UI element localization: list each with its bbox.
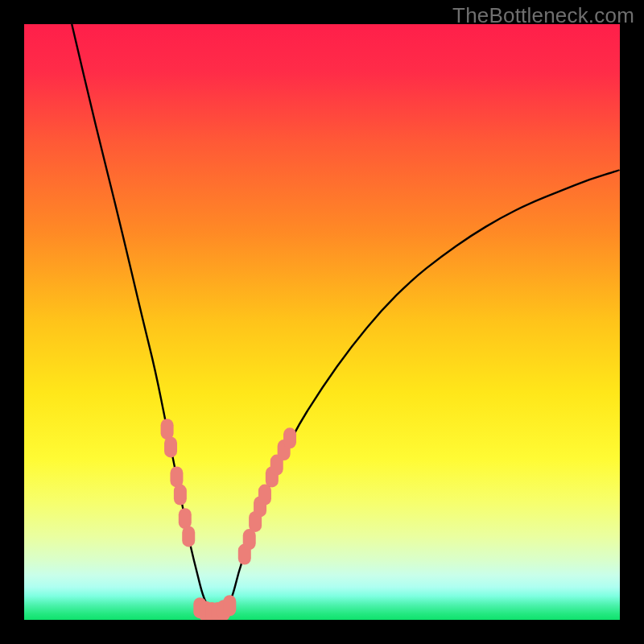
marker-point xyxy=(258,485,271,506)
marker-point xyxy=(161,419,174,440)
marker-point xyxy=(243,529,256,550)
marker-point xyxy=(179,508,192,529)
plot-area xyxy=(24,24,620,620)
marker-point xyxy=(223,595,236,616)
chart-frame: TheBottleneck.com xyxy=(0,0,644,644)
gradient-bg xyxy=(24,24,620,620)
chart-svg xyxy=(24,24,620,620)
marker-point xyxy=(170,466,183,487)
marker-point xyxy=(164,436,177,457)
marker-point xyxy=(174,485,187,506)
marker-point xyxy=(182,526,195,547)
marker-point xyxy=(283,427,296,448)
